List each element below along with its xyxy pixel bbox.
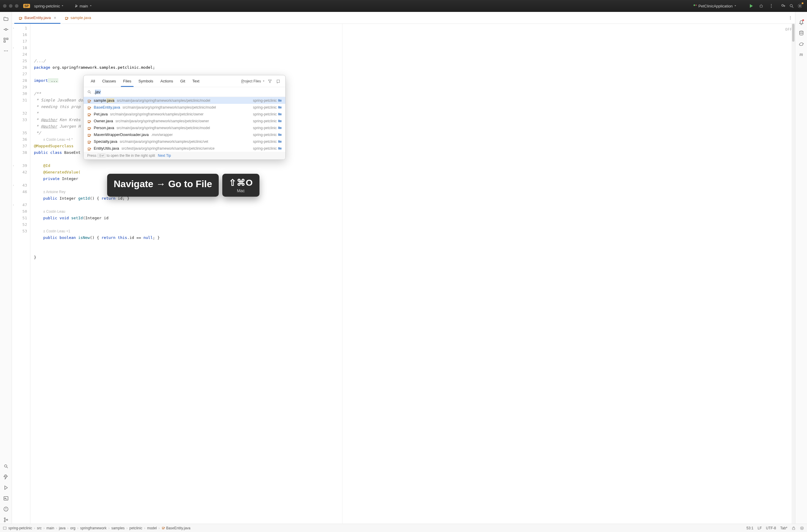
maximize-window[interactable] — [15, 4, 18, 8]
breadcrumb-segment[interactable]: springframework — [80, 526, 107, 530]
nav-bar-icon[interactable] — [3, 526, 6, 530]
result-row[interactable]: MavenWrapperDownloader.java .mvn/wrapper… — [83, 131, 285, 138]
svg-point-21 — [790, 16, 791, 17]
right-margin — [342, 24, 343, 524]
svg-point-30 — [801, 528, 803, 529]
popup-tab-git[interactable]: Git — [177, 75, 189, 87]
close-tab-button[interactable]: × — [54, 16, 56, 20]
next-tip-link[interactable]: Next Tip — [158, 154, 171, 158]
breadcrumb-segment[interactable]: src — [37, 526, 42, 530]
indent-setting[interactable]: Tab* — [780, 526, 787, 530]
run-button[interactable] — [747, 2, 755, 10]
result-row[interactable]: Pet.java src/main/java/org/springframewo… — [83, 111, 285, 117]
tabs-menu-button[interactable] — [786, 12, 795, 23]
filter-button[interactable] — [266, 78, 273, 85]
svg-point-19 — [4, 521, 5, 522]
branch-dropdown[interactable]: main — [72, 3, 94, 10]
caret-position[interactable]: 53:1 — [747, 526, 753, 530]
search-everywhere-button[interactable] — [787, 2, 796, 10]
popup-tab-files[interactable]: Files — [120, 75, 135, 87]
database-tool-button[interactable] — [798, 29, 805, 37]
pin-button[interactable] — [275, 78, 282, 85]
breadcrumb-segment[interactable]: samples — [111, 526, 125, 530]
result-row[interactable]: Owner.java src/main/java/org/springframe… — [83, 117, 285, 125]
notifications-button[interactable] — [798, 18, 805, 26]
result-row[interactable]: EntityUtils.java src/test/java/org/sprin… — [83, 145, 285, 152]
svg-point-15 — [4, 465, 7, 467]
line-separator[interactable]: LF — [757, 526, 762, 530]
run-config-group: PetClinicApplication — [691, 2, 775, 10]
tab-base-entity[interactable]: BaseEntity.java × — [14, 12, 60, 23]
svg-rect-28 — [792, 528, 795, 530]
commit-tool-button[interactable] — [2, 25, 10, 33]
hints-toggle[interactable]: OFF — [785, 26, 792, 33]
popup-tab-symbols[interactable]: Symbols — [135, 75, 157, 87]
right-tool-stripe: m — [795, 12, 807, 524]
breadcrumb-segment[interactable]: main — [46, 526, 54, 530]
more-tool-button[interactable] — [2, 47, 10, 55]
popup-tab-classes[interactable]: Classes — [98, 75, 119, 87]
problems-tool-button[interactable] — [2, 505, 10, 513]
result-row[interactable]: BaseEntity.java src/main/java/org/spring… — [83, 104, 285, 111]
titlebar: SP spring-petclinic main PetClinicApplic… — [0, 0, 807, 12]
svg-point-1 — [760, 5, 762, 7]
project-tool-button[interactable] — [2, 15, 10, 23]
breadcrumb-segment[interactable]: java — [59, 526, 65, 530]
more-run-button[interactable] — [767, 2, 775, 10]
java-file-icon — [18, 16, 23, 20]
settings-button[interactable] — [796, 2, 804, 10]
project-name: spring-petclinic — [34, 4, 60, 8]
tab-sample[interactable]: sample.java — [60, 12, 95, 23]
branch-name: main — [79, 4, 88, 8]
search-everywhere-popup: All Classes Files Symbols Actions Git Te… — [83, 75, 286, 160]
window-controls[interactable] — [3, 4, 18, 8]
breadcrumb-segment[interactable]: spring-petclinic — [8, 526, 32, 530]
tab-label: sample.java — [71, 16, 91, 20]
svg-point-3 — [771, 6, 772, 6]
gutter[interactable]: 1›161718›242526272829303132333536373839›… — [12, 24, 30, 524]
code-with-me-button[interactable] — [779, 2, 787, 10]
popup-tab-text[interactable]: Text — [189, 75, 203, 87]
svg-point-26 — [88, 91, 90, 93]
minimize-window[interactable] — [9, 4, 13, 8]
tab-label: BaseEntity.java — [24, 16, 51, 20]
svg-point-14 — [7, 51, 8, 52]
svg-point-22 — [790, 17, 791, 18]
debug-button[interactable] — [757, 2, 765, 10]
chevron-down-icon — [61, 4, 64, 7]
breadcrumb-segment[interactable]: org — [70, 526, 75, 530]
run-config-name: PetClinicApplication — [698, 4, 733, 8]
svg-point-2 — [771, 4, 772, 5]
scrollbar-thumb[interactable] — [792, 24, 794, 42]
file-encoding[interactable]: UTF-8 — [766, 526, 776, 530]
close-window[interactable] — [3, 4, 6, 8]
vcs-tool-button[interactable] — [2, 516, 10, 524]
breadcrumb-segment[interactable]: BaseEntity.java — [161, 526, 190, 530]
result-row[interactable]: Specialty.java src/main/java/org/springf… — [83, 138, 285, 145]
popup-tab-actions[interactable]: Actions — [157, 75, 177, 87]
svg-point-6 — [790, 4, 792, 7]
find-tool-button[interactable] — [2, 462, 10, 470]
result-row[interactable]: sample.java src/main/java/org/springfram… — [83, 97, 285, 104]
run-config-dropdown[interactable]: PetClinicApplication — [691, 3, 739, 10]
popup-tab-all[interactable]: All — [87, 75, 98, 87]
structure-tool-button[interactable] — [2, 36, 10, 44]
maven-tool-button[interactable]: m — [798, 51, 805, 58]
gradle-tool-button[interactable] — [798, 40, 805, 48]
scope-dropdown[interactable]: Project Files — [241, 79, 265, 83]
shortcut-platform: Mac — [237, 188, 245, 193]
shortcut-keys: ⇧⌘O — [229, 177, 253, 188]
build-tool-button[interactable] — [2, 473, 10, 481]
chevron-down-icon — [89, 4, 92, 7]
breadcrumbs[interactable]: spring-petclinic›src›main›java›org›sprin… — [8, 526, 190, 530]
editor-scrollbar[interactable] — [791, 24, 795, 524]
breadcrumb-segment[interactable]: petclinic — [130, 526, 142, 530]
result-row[interactable]: Person.java src/main/java/org/springfram… — [83, 125, 285, 131]
breadcrumb-segment[interactable]: model — [147, 526, 157, 530]
project-dropdown[interactable]: spring-petclinic — [32, 3, 66, 10]
readonly-lock-icon[interactable] — [791, 526, 796, 530]
run-tool-button[interactable] — [2, 484, 10, 492]
popup-search-field[interactable]: .jav — [83, 87, 285, 97]
terminal-tool-button[interactable] — [2, 495, 10, 502]
inspections-icon[interactable] — [800, 526, 804, 530]
